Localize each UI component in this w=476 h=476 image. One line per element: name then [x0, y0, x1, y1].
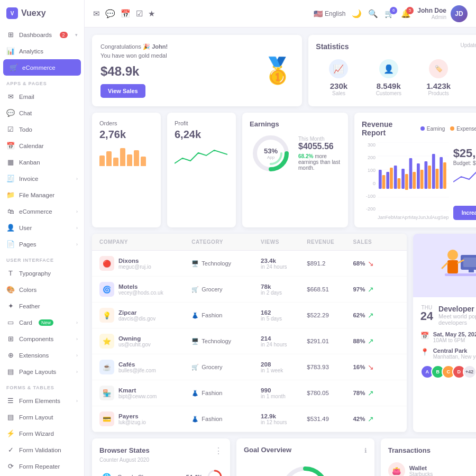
language-selector[interactable]: 🇺🇸 English	[314, 10, 345, 18]
company-info: Cafés bulles@jife.com	[118, 361, 156, 373]
bar	[106, 151, 112, 166]
user-menu[interactable]: John Doe Admin JD	[417, 5, 468, 22]
sidebar-item-dashboards[interactable]: ⊞ Dashboards 2 ▾	[0, 26, 84, 43]
donut-container: 83%	[279, 463, 332, 476]
stats-header: Statistics Updated 1 month ago	[316, 42, 476, 51]
event-time-info: Sat, May 25, 2020 10AM to 6PM	[433, 331, 476, 343]
sidebar-item-ecommerce[interactable]: 🛒 eCommerce	[3, 59, 81, 76]
congrats-card: Congratulations 🎉 John! You have won gol…	[92, 35, 302, 106]
sidebar-item-file-manager[interactable]: 📁 File Manager	[0, 187, 84, 203]
sidebar-item-form-wizard[interactable]: ⚡ Form Wizard	[0, 425, 84, 442]
goal-donut-svg	[279, 463, 332, 476]
sidebar-item-kanban[interactable]: ▦ Kanban	[0, 154, 84, 170]
revenue-card: Revenue Report Earning Expense 2020	[354, 113, 476, 227]
mail-icon[interactable]: ✉	[93, 9, 100, 19]
cart-btn[interactable]: 🛒 6	[385, 9, 395, 19]
sales-cell: 16%↘	[353, 363, 399, 371]
sidebar-item-form-repeater[interactable]: ⟳ Form Repeater	[0, 458, 84, 474]
form-wizard-icon: ⚡	[6, 429, 15, 437]
sidebar-item-components[interactable]: ⊞ Components ›	[0, 331, 84, 347]
browser-header: Browser States ⋮	[99, 446, 223, 456]
products-label: Products	[416, 90, 461, 96]
sidebar-item-form-elements[interactable]: ☰ Form Elements ›	[0, 392, 84, 409]
section-forms-label: FORMS & TABLES	[0, 380, 84, 392]
earning-label: Earning	[427, 126, 445, 132]
sidebar-item-page-layouts[interactable]: ▤ Page Layouts ›	[0, 363, 84, 380]
sidebar-item-form-validation[interactable]: ✓ Form Validation	[0, 442, 84, 458]
trans-header: Transactions ⋮	[388, 446, 476, 456]
expense-label: Expense	[456, 126, 476, 132]
sidebar-item-extensions[interactable]: ⊕ Extensions ›	[0, 347, 84, 363]
earning-dot	[420, 126, 425, 131]
sidebar-item-colors[interactable]: 🎨 Colors	[0, 281, 84, 298]
folder-icon: 📁	[6, 191, 15, 199]
svg-rect-18	[413, 172, 416, 189]
wave-svg	[453, 166, 476, 187]
section-apps-label: APPS & PAGES	[0, 76, 84, 88]
view-sales-button[interactable]: View Sales	[100, 84, 145, 98]
info-icon[interactable]: ℹ	[364, 447, 367, 454]
avatar: JD	[451, 5, 468, 22]
flag-icon: 🇺🇸	[314, 10, 323, 18]
bar	[134, 150, 139, 166]
colors-icon: 🎨	[6, 286, 15, 294]
stat-customers: 👤 8.549k Customers	[366, 59, 411, 96]
more-icon[interactable]: ⋮	[214, 446, 223, 456]
sidebar-item-pages[interactable]: 📄 Pages ›	[0, 236, 84, 252]
medal-icon: 🥇	[262, 56, 294, 86]
browser-title: Browser States	[99, 446, 150, 454]
sales-cell: 62%↗	[353, 311, 399, 319]
increase-budget-button[interactable]: Increase Budget	[453, 206, 476, 220]
svg-rect-12	[390, 168, 393, 189]
profit-chart	[175, 145, 227, 166]
calendar-header-icon[interactable]: 📅	[121, 9, 131, 19]
sidebar-item-ecommerce2[interactable]: 🛍 eCommerce ›	[0, 203, 84, 219]
row4: Browser States ⋮ Counter August 2020 🌐 G…	[92, 438, 476, 476]
event-day-num: 24	[420, 310, 433, 322]
star-icon[interactable]: ★	[148, 9, 155, 19]
stat-products: 🏷️ 1.423k Products	[416, 59, 461, 96]
col-company: COMPANY	[99, 239, 191, 245]
customers-icon: 👤	[379, 59, 398, 78]
sidebar-item-typography[interactable]: T Typography	[0, 265, 84, 281]
search-icon[interactable]: 🔍	[368, 9, 378, 19]
earnings-body: 53% App This Month $4055.56 68.2% more e…	[250, 132, 341, 175]
sidebar-item-invoice[interactable]: 🧾 Invoice ›	[0, 170, 84, 187]
sidebar-item-todo[interactable]: ☑ Todo	[0, 121, 84, 138]
logo-area[interactable]: V Vuexy	[0, 0, 84, 26]
sidebar-item-chat[interactable]: 💬 Chat	[0, 105, 84, 121]
message-icon[interactable]: 💬	[105, 9, 115, 19]
earnings-month-value: $4055.56	[298, 142, 341, 151]
sidebar-item-email[interactable]: ✉ Email	[0, 88, 84, 105]
sales-cell: 78%↗	[353, 389, 399, 397]
invoice-icon: 🧾	[6, 175, 15, 182]
sidebar-item-form-layout[interactable]: ▤ Form Layout	[0, 409, 84, 425]
notif-btn[interactable]: 🔔 5	[401, 9, 411, 19]
sidebar-item-calendar[interactable]: 📅 Calendar	[0, 138, 84, 154]
typography-icon: T	[6, 269, 15, 277]
task-icon[interactable]: ☑	[136, 9, 143, 19]
svg-rect-22	[428, 166, 431, 189]
revenue-side: $25,852 Budget: $6,800 Increase Budget	[453, 142, 476, 220]
table-header: COMPANY CATEGORY VIEWS REVENUE SALES	[92, 234, 407, 251]
stats-updated: Updated 1 month ago	[460, 42, 476, 48]
logo-icon: V	[6, 7, 18, 19]
sidebar-item-user[interactable]: 👤 User ›	[0, 219, 84, 236]
sidebar-item-card[interactable]: ▭ Card New ›	[0, 314, 84, 331]
col-revenue: REVENUE	[307, 239, 353, 245]
svg-rect-29	[463, 258, 476, 267]
company-info: Motels vecey@hods.co.uk	[118, 283, 163, 296]
revenue-cell: $780.05	[307, 390, 353, 396]
sidebar-item-analytics[interactable]: 📊 Analytics	[0, 43, 84, 59]
bar	[99, 155, 105, 166]
category-cell: 👗Fashion	[191, 390, 261, 397]
moon-icon[interactable]: 🌙	[352, 9, 362, 19]
views-cell: 23.4kin 24 hours	[261, 258, 307, 270]
form-elements-icon: ☰	[6, 397, 15, 405]
sidebar-item-feather[interactable]: ✦ Feather	[0, 298, 84, 314]
event-location-info: Central Park Manhattan, New york City	[433, 347, 476, 360]
trend-up-icon: ↗	[368, 337, 374, 345]
svg-point-31	[447, 250, 458, 260]
products-icon: 🏷️	[429, 59, 448, 78]
event-date: Sat, May 25, 2020	[433, 331, 476, 337]
